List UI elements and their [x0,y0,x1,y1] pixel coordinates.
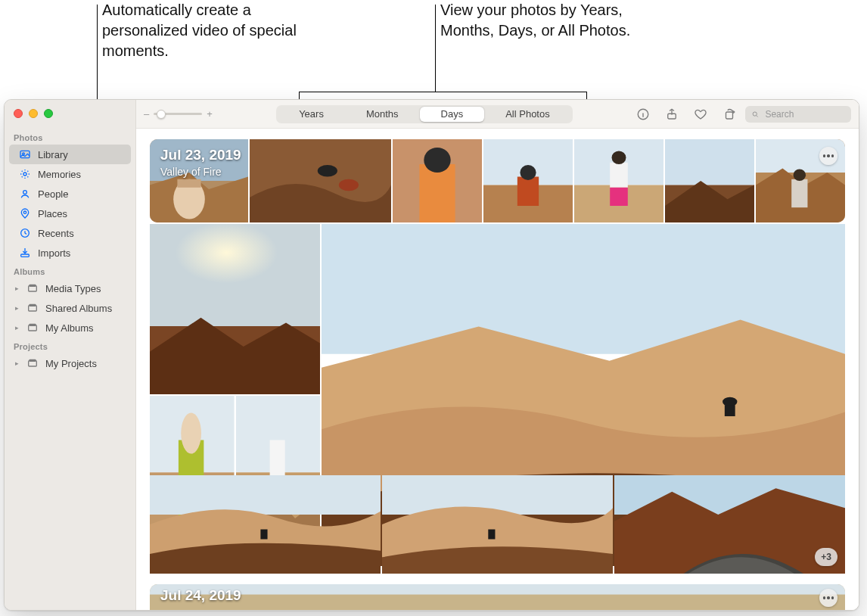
svg-point-55 [722,397,737,407]
svg-rect-44 [150,224,320,326]
window-controls [5,106,135,129]
info-icon[interactable] [636,107,650,121]
library-icon [18,148,32,161]
sidebar-item-shared-albums[interactable]: ▸ Shared Albums [9,298,131,318]
svg-point-28 [424,148,450,173]
sidebar-item-label: Shared Albums [45,303,125,314]
day-date: Jul 24, 2019 [160,587,241,604]
close-button[interactable] [14,109,23,118]
svg-rect-60 [488,530,495,540]
svg-point-18 [753,111,757,115]
sidebar-item-people[interactable]: People [9,184,131,204]
photo-thumbnail[interactable] [250,139,391,222]
toolbar-actions [636,107,736,121]
svg-point-32 [520,165,536,180]
svg-point-49 [181,413,201,454]
photo-thumbnail[interactable] [665,139,754,222]
photo-thumbnail[interactable] [150,224,320,394]
folder-icon [26,282,39,295]
svg-point-25 [339,179,359,191]
sidebar-item-recents[interactable]: Recents [9,223,131,243]
svg-rect-58 [260,530,267,540]
sidebar-item-my-projects[interactable]: ▸ My Projects [9,353,131,373]
minimize-button[interactable] [29,109,38,118]
svg-rect-42 [791,179,807,207]
sidebar-item-places[interactable]: Places [9,204,131,223]
rotate-icon[interactable] [722,107,736,121]
svg-rect-57 [150,475,381,515]
photo-thumbnail[interactable] [483,139,573,222]
svg-rect-31 [517,177,539,207]
day-group: Jul 24, 2019 [150,584,845,610]
svg-rect-17 [726,112,733,119]
folder-icon [26,321,39,334]
sidebar-item-label: Imports [38,247,125,259]
svg-point-43 [794,170,806,181]
zoom-thumb[interactable] [157,110,166,119]
places-icon [18,207,32,220]
annotation-memories: Automatically create a personalized vide… [102,0,299,61]
maximize-button[interactable] [44,109,53,118]
svg-rect-38 [665,139,754,185]
chevron-right-icon: ▸ [15,285,19,292]
sidebar-item-media-types[interactable]: ▸ Media Types [9,278,131,298]
toolbar: – + Years Months Days All Photos [136,100,859,129]
sidebar-item-library[interactable]: Library [9,145,131,164]
folder-icon [26,301,39,315]
more-options-button[interactable] [819,589,837,607]
sidebar-item-label: People [38,188,125,200]
day-header: Jul 23, 2019 Valley of Fire [160,147,241,178]
sidebar-item-label: Places [38,208,125,219]
zoom-minus[interactable]: – [144,108,149,120]
day-date: Jul 23, 2019 [160,147,241,163]
photo-thumbnail[interactable] [382,475,613,574]
tab-months[interactable]: Months [345,107,420,122]
sidebar-item-memories[interactable]: Memories [9,164,131,184]
more-photos-badge[interactable]: +3 [815,548,837,566]
photo-thumbnail[interactable]: +3 [614,475,845,574]
more-options-button[interactable] [819,147,837,165]
favorite-icon[interactable] [694,107,707,121]
annotation-line [299,92,586,92]
photo-thumbnail[interactable] [150,475,381,574]
svg-rect-35 [610,163,628,188]
svg-point-4 [23,211,26,213]
sidebar-item-imports[interactable]: Imports [9,243,131,263]
annotation-line [435,5,436,92]
photo-row [150,224,845,474]
photo-thumbnail[interactable] [393,139,482,222]
sidebar-section-projects: Projects [5,338,135,353]
photo-row: +3 [150,475,845,574]
sidebar: Photos Library Memories People Places [5,100,136,610]
tab-days[interactable]: Days [420,107,485,122]
svg-rect-56 [725,406,735,416]
search-input[interactable] [763,108,845,120]
day-location: Valley of Fire [160,166,241,178]
tab-years[interactable]: Years [278,107,345,122]
day-group: Jul 23, 2019 Valley of Fire [150,139,845,574]
search-field[interactable] [745,106,851,123]
recents-icon [18,226,32,240]
photo-thumbnail[interactable] [574,139,663,222]
people-icon [18,187,32,201]
share-icon[interactable] [665,107,679,121]
svg-point-24 [318,165,337,176]
photo-thumbnail[interactable] [150,584,845,610]
day-header: Jul 24, 2019 [160,587,241,604]
sidebar-item-my-albums[interactable]: ▸ My Albums [9,318,131,338]
svg-rect-36 [610,188,628,206]
zoom-plus[interactable]: + [207,108,213,120]
chevron-right-icon: ▸ [15,304,19,312]
photo-row [150,139,845,222]
svg-rect-27 [419,164,455,222]
zoom-slider[interactable]: – + [144,108,213,120]
imports-icon [18,246,32,260]
folder-icon [26,356,39,370]
zoom-track[interactable] [154,113,202,115]
svg-point-3 [23,191,27,194]
main-area: – + Years Months Days All Photos [136,100,859,610]
chevron-right-icon: ▸ [15,359,19,367]
tab-all-photos[interactable]: All Photos [484,107,571,122]
svg-rect-59 [382,475,613,515]
svg-rect-22 [177,179,200,188]
